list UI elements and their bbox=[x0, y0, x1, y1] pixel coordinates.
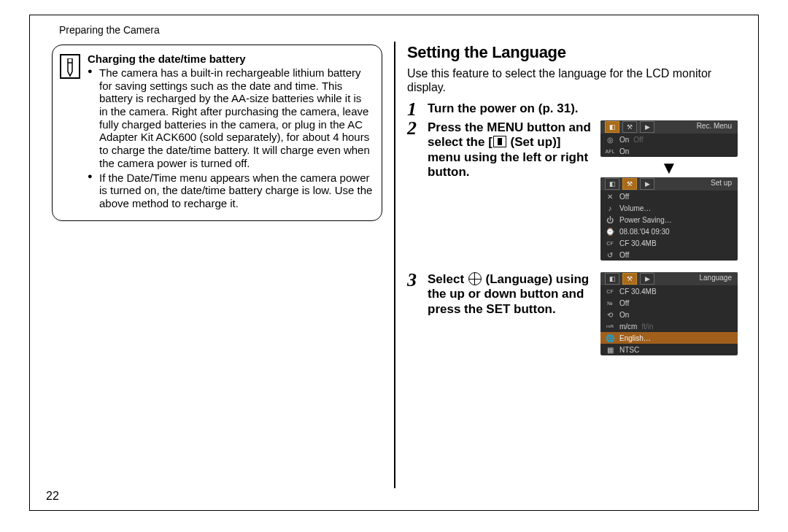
tab-play-icon: ▶ bbox=[640, 273, 654, 285]
tab-play-icon: ▶ bbox=[640, 121, 654, 133]
step-2: Press the MENU button and select the [ (… bbox=[407, 120, 738, 265]
page-frame: Preparing the Camera Charging the date/t… bbox=[29, 15, 759, 511]
down-arrow-icon: ▼ bbox=[600, 161, 738, 174]
note-title: Charging the date/time battery bbox=[88, 53, 373, 65]
lcd-rec-menu: ◧ ⚒ ▶ Rec. Menu ◎OnOff AFLOn bbox=[600, 120, 738, 157]
chapter-title: Preparing the Camera bbox=[59, 24, 745, 36]
left-column: Charging the date/time battery The camer… bbox=[45, 42, 390, 488]
svg-marker-0 bbox=[68, 58, 72, 76]
step-2-screens: ◧ ⚒ ▶ Rec. Menu ◎OnOff AFLOn ▼ bbox=[600, 120, 738, 265]
note-list: The camera has a built-in rechargeable l… bbox=[88, 66, 373, 210]
lcd2-title: Set up bbox=[711, 179, 732, 187]
lcd1-title: Rec. Menu bbox=[697, 122, 732, 130]
step-2-text: Press the MENU button and select the [ (… bbox=[428, 120, 593, 179]
step-1-text: Turn the power on (p. 31). bbox=[428, 101, 738, 116]
tab-setup-icon: ⚒ bbox=[622, 121, 637, 133]
tab-camera-icon: ◧ bbox=[605, 121, 619, 133]
pencil-note-icon bbox=[60, 54, 80, 79]
note-item: The camera has a built-in rechargeable l… bbox=[99, 66, 373, 170]
intro-text: Use this feature to select the language … bbox=[407, 66, 738, 94]
step-3-text: Select (Language) using the up or down b… bbox=[428, 272, 593, 316]
tab-setup-icon: ⚒ bbox=[622, 178, 637, 190]
step-list: Turn the power on (p. 31). Press the MEN… bbox=[407, 101, 738, 360]
step-3: Select (Language) using the up or down b… bbox=[407, 272, 738, 360]
tab-play-icon: ▶ bbox=[640, 178, 654, 190]
note-box: Charging the date/time battery The camer… bbox=[52, 45, 382, 221]
note-item: If the Date/Time menu appears when the c… bbox=[99, 171, 373, 210]
language-globe-icon bbox=[468, 272, 482, 285]
page-number: 22 bbox=[46, 490, 59, 503]
tab-camera-icon: ◧ bbox=[605, 273, 619, 285]
step-1: Turn the power on (p. 31). bbox=[407, 101, 738, 116]
section-heading: Setting the Language bbox=[407, 43, 738, 62]
setup-tab-icon bbox=[493, 136, 506, 147]
lcd3-title: Language bbox=[700, 274, 733, 282]
step-3-screen: ◧ ⚒ ▶ Language CFCF 30.4MB №Off ⟲On m/ft… bbox=[600, 272, 738, 360]
column-divider bbox=[394, 42, 395, 488]
right-column: Setting the Language Use this feature to… bbox=[400, 42, 745, 488]
tab-camera-icon: ◧ bbox=[605, 178, 619, 190]
lcd-setup-menu: ◧ ⚒ ▶ Set up ✕Off ♪Volume… ⏻Power Saving… bbox=[600, 177, 738, 261]
tab-setup-icon: ⚒ bbox=[622, 273, 637, 285]
lcd-language-menu: ◧ ⚒ ▶ Language CFCF 30.4MB №Off ⟲On m/ft… bbox=[600, 272, 738, 355]
